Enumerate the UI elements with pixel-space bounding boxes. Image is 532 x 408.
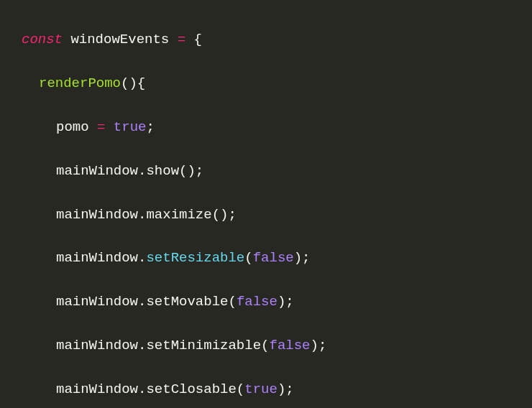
semicolon: ; bbox=[146, 119, 154, 135]
method-call: setMinimizable bbox=[146, 338, 261, 353]
operator-equals: = bbox=[178, 32, 185, 47]
method-call: setClosable bbox=[146, 381, 236, 397]
object: mainWindow bbox=[56, 338, 138, 353]
space bbox=[105, 119, 113, 135]
space bbox=[185, 32, 193, 47]
paren-open: ( bbox=[261, 338, 269, 353]
code-line: renderPomo(){ bbox=[22, 73, 532, 94]
paren-close: ) bbox=[311, 338, 318, 353]
paren-open: ( bbox=[212, 207, 220, 223]
semicolon: ; bbox=[302, 250, 310, 266]
code-line: mainWindow.setMinimizable(false); bbox=[22, 335, 532, 356]
method-call: maximize bbox=[146, 207, 211, 223]
object: mainWindow bbox=[56, 381, 138, 397]
dot: . bbox=[138, 381, 146, 397]
code-editor: const windowEvents = { renderPomo(){ pom… bbox=[0, 0, 532, 408]
paren-open: ( bbox=[228, 294, 236, 310]
method-call: setResizable bbox=[146, 250, 244, 266]
identifier: windowEvents bbox=[63, 32, 178, 47]
boolean-literal: false bbox=[253, 250, 294, 266]
code-line: mainWindow.setMovable(false); bbox=[22, 291, 532, 312]
semicolon: ; bbox=[285, 381, 293, 397]
function-name: renderPomo bbox=[39, 75, 121, 91]
dot: . bbox=[138, 338, 146, 353]
semicolon: ; bbox=[285, 294, 293, 310]
brace-open: { bbox=[193, 32, 201, 47]
code-line: pomo = true; bbox=[22, 116, 532, 138]
code-line: mainWindow.setClosable(true); bbox=[22, 379, 532, 400]
object: mainWindow bbox=[56, 294, 138, 310]
boolean-literal: true bbox=[114, 119, 147, 135]
boolean-literal: true bbox=[244, 381, 278, 397]
dot: . bbox=[138, 163, 146, 179]
paren-close: ) bbox=[278, 381, 285, 397]
paren-close: ) bbox=[278, 294, 285, 310]
keyword-const: const bbox=[22, 32, 63, 47]
method-call: show bbox=[146, 163, 179, 179]
identifier: pomo bbox=[56, 119, 97, 135]
boolean-literal: false bbox=[237, 294, 278, 310]
code-line: mainWindow.maximize(); bbox=[22, 204, 532, 226]
paren-close: ) bbox=[187, 163, 195, 179]
semicolon: ; bbox=[318, 338, 326, 353]
code-line: mainWindow.show(); bbox=[22, 160, 532, 182]
object: mainWindow bbox=[56, 250, 138, 266]
dot: . bbox=[138, 250, 146, 266]
object: mainWindow bbox=[56, 207, 138, 223]
paren-open: ( bbox=[179, 163, 187, 179]
dot: . bbox=[138, 207, 146, 223]
paren-open: ( bbox=[237, 381, 244, 397]
method-call: setMovable bbox=[146, 294, 228, 310]
dot: . bbox=[138, 294, 146, 310]
semicolon: ; bbox=[196, 163, 203, 179]
paren-close: ) bbox=[220, 207, 228, 223]
code-line: mainWindow.setResizable(false); bbox=[22, 247, 532, 269]
paren-close: ) bbox=[294, 250, 302, 266]
code-line: const windowEvents = { bbox=[22, 29, 532, 50]
parens: () bbox=[121, 75, 137, 91]
operator-equals: = bbox=[97, 119, 105, 135]
paren-open: ( bbox=[244, 250, 252, 266]
semicolon: ; bbox=[228, 207, 236, 223]
object: mainWindow bbox=[56, 163, 138, 179]
boolean-literal: false bbox=[269, 338, 310, 353]
brace-open: { bbox=[137, 75, 145, 91]
